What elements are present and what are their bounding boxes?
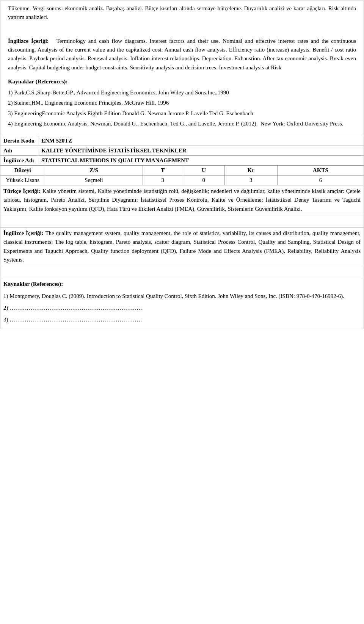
course2-table: Dersin Kodu ENM 520TZ Adı KALITE YÖNETİM… <box>0 136 364 329</box>
course-name-row: Adı KALITE YÖNETİMİNDE İSTATİSTİKSEL TEK… <box>0 146 364 156</box>
references-heading: Kaynaklar (References): <box>8 77 356 86</box>
turkce-label: Türkçe İçeriği: <box>3 188 41 194</box>
empty-line <box>8 25 356 34</box>
ingilizce-icerik-label: İngilizce İçeriği: <box>8 38 49 44</box>
row-u: 0 <box>183 176 225 185</box>
row-akts: 6 <box>277 176 364 185</box>
name-value: KALITE YÖNETİMİNDE İSTATİSTİKSEL TEKNİKL… <box>38 146 364 156</box>
empty-separator-row <box>0 215 364 227</box>
ingilizce-content-cell: İngilizce İçeriği: The quality managemen… <box>0 227 364 266</box>
ref-item-2: 2) Steiner,HM., Engineering Economic Pri… <box>8 99 356 107</box>
turkce-content: Kalite yönetim sistemi, Kalite yönetimin… <box>3 188 361 212</box>
empty-separator2 <box>0 266 364 278</box>
grades-data-row: Yüksek Lisans Seçmeli 3 0 3 6 <box>0 176 364 185</box>
page: Tükenme. Vergi sonrası ekonomik analiz. … <box>0 0 364 329</box>
ref2-item-3: 3) ……………………………………………………………. <box>3 315 361 324</box>
col-akts: AKTS <box>277 166 364 176</box>
col-zs: Z/S <box>45 166 143 176</box>
code-value: ENM 520TZ <box>38 136 364 146</box>
ref2-item-1: 1) Montgomery, Douglas C. (2009). Introd… <box>3 292 361 301</box>
turkce-content-cell: Türkçe İçeriği: Kalite yönetim sistemi, … <box>0 185 364 215</box>
col-kr: Kr <box>224 166 277 176</box>
eng-name-value: STATISTICAL METHODS IN QUALITY MANAGEMEN… <box>38 156 364 166</box>
references2-row: Kaynaklar (References): 1) Montgomery, D… <box>0 278 364 329</box>
col-duzey: Düzeyi <box>0 166 45 176</box>
grades-header-row: Düzeyi Z/S T U Kr AKTS <box>0 166 364 176</box>
col-u: U <box>183 166 225 176</box>
eng-name-label: İngilizce Adı <box>0 156 38 166</box>
ingilizce-row: İngilizce İçeriği: The quality managemen… <box>0 227 364 266</box>
turkce-row: Türkçe İçeriği: Kalite yönetim sistemi, … <box>0 185 364 215</box>
row-zs: Seçmeli <box>45 176 143 185</box>
name-label: Adı <box>0 146 38 156</box>
ingilizce-icerik-paragraph: İngilizce İçeriği: Terminology and cash … <box>8 37 356 72</box>
empty-separator-row2 <box>0 266 364 278</box>
references2-heading: Kaynaklar (References): <box>3 280 361 288</box>
course-code-row: Dersin Kodu ENM 520TZ <box>0 136 364 146</box>
empty-separator <box>0 215 364 227</box>
ref2-item-2: 2) ……………………………………………………………. <box>3 304 361 312</box>
row-level: Yüksek Lisans <box>0 176 45 185</box>
ref-item-4: 4) Engineering Economic Analysis. Newman… <box>8 119 356 128</box>
row-kr: 3 <box>224 176 277 185</box>
col-t: T <box>143 166 183 176</box>
row-t: 3 <box>143 176 183 185</box>
first-course-content: Tükenme. Vergi sonrası ekonomik analiz. … <box>0 0 364 136</box>
ingilizce-content: The quality management system, quality m… <box>3 230 361 263</box>
references2-cell: Kaynaklar (References): 1) Montgomery, D… <box>0 278 364 329</box>
code-label: Dersin Kodu <box>0 136 38 146</box>
ingilizce-label: İngilizce İçeriği: <box>3 230 44 236</box>
burnout-paragraph: Tükenme. Vergi sonrası ekonomik analiz. … <box>8 4 356 22</box>
eng-name-row: İngilizce Adı STATISTICAL METHODS IN QUA… <box>0 156 364 166</box>
ref-item-3: 3) EngineeringEconomic Analysis Eighth E… <box>8 109 356 118</box>
ref-item-1: 1) Park,C.S.,Sharp-Bette,GP., Advanced E… <box>8 88 356 97</box>
